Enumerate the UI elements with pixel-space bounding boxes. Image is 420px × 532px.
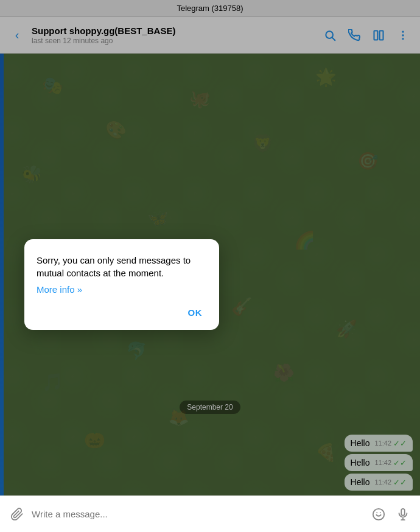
paperclip-icon bbox=[10, 508, 24, 521]
emoji-button[interactable] bbox=[369, 505, 388, 524]
message-input[interactable] bbox=[32, 503, 364, 525]
input-bar bbox=[0, 495, 420, 532]
microphone-icon bbox=[396, 508, 410, 521]
microphone-button[interactable] bbox=[393, 505, 413, 524]
svg-rect-10 bbox=[401, 508, 405, 515]
emoji-icon bbox=[372, 508, 385, 521]
dialog-message: Sorry, you can only send messages to mut… bbox=[37, 254, 207, 279]
attach-button[interactable] bbox=[7, 505, 27, 524]
dialog-actions: OK bbox=[37, 305, 207, 320]
dialog-overlay: Sorry, you can only send messages to mut… bbox=[0, 0, 420, 532]
more-info-link[interactable]: More info » bbox=[37, 284, 82, 295]
svg-point-7 bbox=[373, 508, 384, 519]
alert-dialog: Sorry, you can only send messages to mut… bbox=[24, 239, 219, 330]
ok-button[interactable]: OK bbox=[183, 305, 208, 320]
